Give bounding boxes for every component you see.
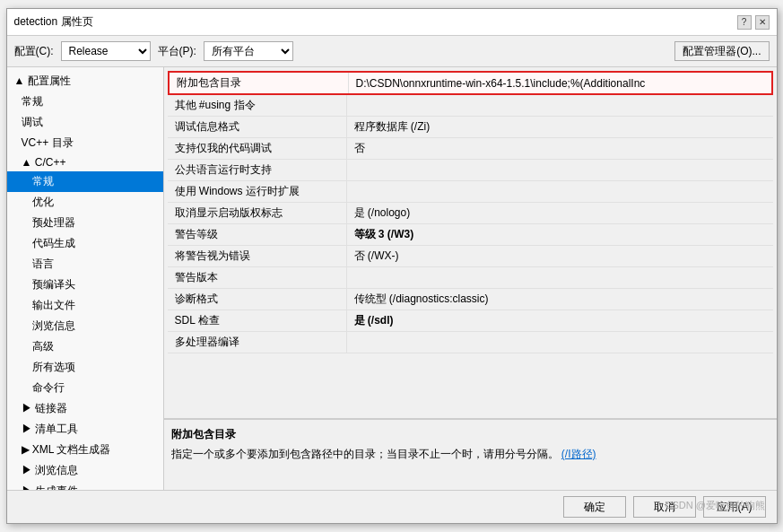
config-label: 配置(C): [14,44,54,59]
sidebar-item[interactable]: 输出文件 [7,295,163,316]
dialog-buttons: 确定 取消 应用(A) [7,490,777,523]
title-controls: ? ✕ [737,15,770,30]
sidebar-item[interactable]: ▶ 链接器 [7,398,163,419]
prop-name: 多处理器编译 [168,332,347,353]
title-bar: detection 属性页 ? ✕ [7,9,777,36]
sidebar-item[interactable]: 所有选项 [7,357,163,378]
sidebar-item[interactable]: 预编译头 [7,275,163,295]
sidebar-item[interactable]: 高级 [7,336,163,357]
platform-select[interactable]: 所有平台 [204,41,293,61]
dialog-title: detection 属性页 [14,14,93,30]
prop-name: 公共语言运行时支持 [168,160,347,180]
prop-value [347,181,773,202]
right-panel: 附加包含目录D:\CSDN\onnxruntime-win-x64-1.5.1\… [164,67,777,490]
sidebar-item[interactable]: ▲ C/C++ [7,153,163,171]
prop-value: 传统型 (/diagnostics:classic) [347,289,773,310]
bottom-description: 附加包含目录 指定一个或多个要添加到包含路径中的目录；当目录不止一个时，请用分号… [164,418,777,490]
desc-link[interactable]: (/I路径) [561,448,596,460]
table-row[interactable]: 警告版本 [168,267,773,289]
props-table: 附加包含目录D:\CSDN\onnxruntime-win-x64-1.5.1\… [164,67,777,418]
desc-text: 指定一个或多个要添加到包含路径中的目录；当目录不止一个时，请用分号分隔。 (/I… [171,446,770,462]
table-row[interactable]: 警告等级等级 3 (/W3) [168,224,773,246]
prop-name: 其他 #using 指令 [168,95,347,116]
close-button[interactable]: ✕ [755,15,770,30]
table-row[interactable]: 将警告视为错误否 (/WX-) [168,246,773,267]
prop-value: 是 (/sdl) [347,310,773,331]
sidebar-item[interactable]: ▶ XML 文档生成器 [7,440,163,460]
table-row[interactable]: 诊断格式传统型 (/diagnostics:classic) [168,289,773,310]
prop-name: 附加包含目录 [170,73,349,93]
prop-name: 将警告视为错误 [168,246,347,266]
table-row[interactable]: 多处理器编译 [168,332,773,353]
sidebar-item[interactable]: ▶ 浏览信息 [7,460,163,481]
table-row[interactable]: 取消显示启动版权标志是 (/nologo) [168,203,773,224]
desc-title: 附加包含目录 [171,427,770,442]
prop-value: D:\CSDN\onnxruntime-win-x64-1.5.1\includ… [349,73,771,93]
table-row[interactable]: SDL 检查是 (/sdl) [168,310,773,332]
toolbar: 配置(C): Release 平台(P): 所有平台 配置管理器(O)... [7,36,777,67]
help-button[interactable]: ? [737,15,752,30]
cancel-button[interactable]: 取消 [633,496,696,518]
config-manager-button[interactable]: 配置管理器(O)... [674,41,769,61]
ok-button[interactable]: 确定 [563,496,626,518]
sidebar-item[interactable]: 代码生成 [7,233,163,254]
prop-name: 调试信息格式 [168,117,347,137]
table-row[interactable]: 其他 #using 指令 [168,95,773,117]
sidebar-item[interactable]: 语言 [7,254,163,275]
table-row[interactable]: 支持仅我的代码调试否 [168,138,773,160]
platform-label: 平台(P): [158,44,196,59]
sidebar-item[interactable]: 预处理器 [7,213,163,233]
sidebar-item[interactable]: 浏览信息 [7,316,163,336]
table-row[interactable]: 公共语言运行时支持 [168,160,773,181]
sidebar-item[interactable]: 优化 [7,192,163,213]
prop-name: 警告版本 [168,267,347,288]
prop-value: 是 (/nologo) [347,203,773,223]
prop-value [347,332,773,353]
prop-value: 否 (/WX-) [347,246,773,266]
prop-value [347,267,773,288]
config-select[interactable]: Release [61,41,151,61]
prop-value: 程序数据库 (/Zi) [347,117,773,137]
sidebar: ▲ 配置属性常规调试VC++ 目录▲ C/C++常规优化预处理器代码生成语言预编… [7,67,164,490]
sidebar-item[interactable]: ▶ 生成事件 [7,481,163,490]
prop-name: 取消显示启动版权标志 [168,203,347,223]
prop-name: 诊断格式 [168,289,347,310]
sidebar-item[interactable]: 常规 [7,92,163,112]
prop-value: 否 [347,138,773,159]
table-row[interactable]: 使用 Windows 运行时扩展 [168,181,773,203]
prop-name: 支持仅我的代码调试 [168,138,347,159]
prop-value: 等级 3 (/W3) [347,224,773,245]
sidebar-item[interactable]: ▶ 清单工具 [7,419,163,440]
sidebar-item[interactable]: 调试 [7,112,163,133]
table-row[interactable]: 调试信息格式程序数据库 (/Zi) [168,117,773,138]
sidebar-item[interactable]: 命令行 [7,378,163,398]
prop-name: 使用 Windows 运行时扩展 [168,181,347,202]
sidebar-item[interactable]: 常规 [7,171,163,192]
apply-button[interactable]: 应用(A) [703,496,766,518]
table-row[interactable]: 附加包含目录D:\CSDN\onnxruntime-win-x64-1.5.1\… [168,71,773,95]
prop-value [347,160,773,180]
sidebar-item[interactable]: VC++ 目录 [7,133,163,153]
prop-name: SDL 检查 [168,310,347,331]
main-dialog: detection 属性页 ? ✕ 配置(C): Release 平台(P): … [6,8,778,524]
prop-value [347,95,773,116]
prop-name: 警告等级 [168,224,347,245]
main-content: ▲ 配置属性常规调试VC++ 目录▲ C/C++常规优化预处理器代码生成语言预编… [7,67,777,490]
sidebar-item[interactable]: ▲ 配置属性 [7,71,163,92]
